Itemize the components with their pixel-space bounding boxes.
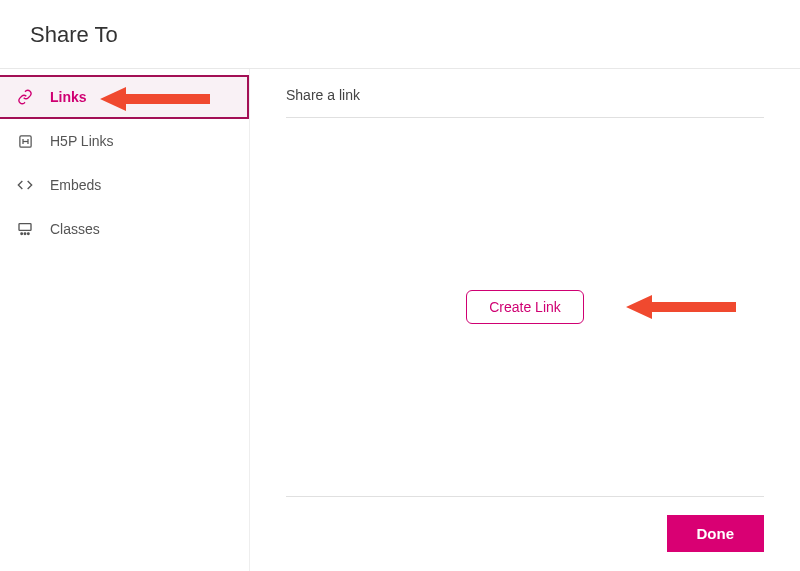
h5p-icon: [14, 134, 36, 149]
svg-marker-6: [626, 295, 736, 319]
annotation-arrow-icon: [100, 83, 210, 115]
footer: Done: [286, 515, 764, 552]
dialog-body: Links H5P Links: [0, 69, 800, 571]
dialog-title: Share To: [30, 22, 770, 48]
dialog-header: Share To: [0, 0, 800, 69]
done-button[interactable]: Done: [667, 515, 765, 552]
svg-point-4: [24, 233, 26, 235]
svg-point-5: [28, 233, 30, 235]
create-link-button[interactable]: Create Link: [466, 290, 584, 324]
svg-marker-0: [100, 87, 210, 111]
sidebar-item-embeds[interactable]: Embeds: [0, 163, 249, 207]
sidebar-item-label: Links: [50, 89, 87, 105]
sidebar-item-label: H5P Links: [50, 133, 114, 149]
sidebar-item-label: Embeds: [50, 177, 101, 193]
classes-icon: [14, 221, 36, 237]
sidebar-item-h5p-links[interactable]: H5P Links: [0, 119, 249, 163]
sidebar-item-label: Classes: [50, 221, 100, 237]
sidebar: Links H5P Links: [0, 69, 250, 571]
sidebar-item-links[interactable]: Links: [0, 75, 249, 119]
divider: [286, 496, 764, 497]
sidebar-item-classes[interactable]: Classes: [0, 207, 249, 251]
code-icon: [14, 177, 36, 193]
annotation-arrow-icon: [626, 291, 736, 323]
main-panel: Share a link Create Link Done: [250, 69, 800, 571]
svg-rect-2: [19, 224, 31, 231]
section-title: Share a link: [286, 87, 764, 118]
svg-point-3: [21, 233, 23, 235]
content-area: Create Link: [286, 118, 764, 496]
link-icon: [14, 89, 36, 105]
